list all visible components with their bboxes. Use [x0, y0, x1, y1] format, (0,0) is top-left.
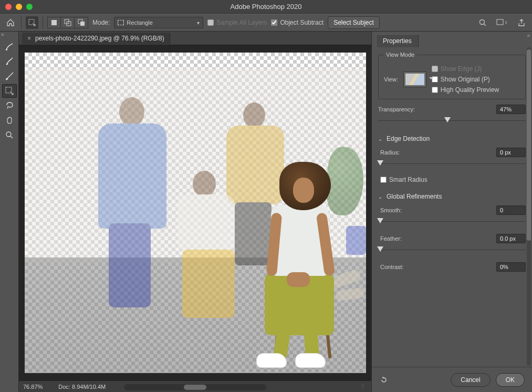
sample-all-layers-input[interactable] — [207, 19, 214, 26]
slider-thumb-icon[interactable] — [377, 160, 383, 166]
chevron-down-icon: ▾ — [197, 20, 200, 26]
smooth-label: Smooth: — [380, 207, 402, 213]
view-mode-select[interactable] — [403, 71, 426, 87]
panel-tab-row: Properties — [372, 32, 532, 47]
global-refinements-section: ⌄ Global Refinements Smooth: 0 Feather: … — [378, 193, 526, 272]
smart-radius-checkbox[interactable]: Smart Radius — [380, 176, 526, 183]
radius-value[interactable]: 0 px — [496, 148, 526, 157]
show-original-label: Show Original (P) — [441, 76, 490, 83]
smart-radius-input[interactable] — [380, 177, 387, 183]
hand-tool[interactable] — [2, 114, 17, 127]
divider — [43, 16, 43, 29]
object-selection-tool[interactable] — [2, 84, 17, 98]
properties-tab[interactable]: Properties — [376, 34, 419, 47]
share-button[interactable] — [515, 16, 528, 29]
expand-toolbar-icon[interactable]: » — [1, 32, 4, 37]
svg-point-6 — [480, 20, 485, 25]
sample-all-layers-label: Sample All Layers — [216, 19, 267, 26]
show-original-checkbox[interactable]: Show Original (P) — [432, 76, 499, 83]
show-edge-checkbox[interactable]: Show Edge (J) — [432, 65, 499, 73]
status-caret-icon[interactable]: 〉 — [361, 383, 367, 390]
subtract-from-selection-button[interactable] — [75, 17, 88, 28]
smooth-slider[interactable] — [380, 217, 526, 226]
zoom-tool[interactable] — [2, 128, 17, 142]
high-quality-checkbox[interactable]: High Quality Preview — [432, 86, 499, 94]
properties-panel: » Properties View Mode View: Show Edge (… — [371, 32, 532, 392]
status-doc[interactable]: Doc: 8.94M/10.4M — [58, 384, 106, 390]
document-tab-row: × pexels-photo-2422290.jpeg @ 76.9% (RGB… — [19, 32, 371, 45]
global-refinements-title: Global Refinements — [387, 193, 442, 200]
selected-subject — [248, 158, 348, 368]
close-window-icon[interactable] — [5, 4, 12, 10]
new-selection-button[interactable] — [47, 17, 61, 28]
contrast-label: Contrast: — [380, 264, 404, 270]
global-refinements-header[interactable]: ⌄ Global Refinements — [378, 193, 526, 200]
document-tab[interactable]: × pexels-photo-2422290.jpeg @ 76.9% (RGB… — [22, 33, 170, 44]
home-button[interactable] — [4, 16, 17, 29]
brush-tool-2[interactable] — [2, 55, 17, 68]
view-label: View: — [384, 76, 398, 82]
window-controls — [0, 4, 33, 10]
app-title: Adobe Photoshop 2020 — [0, 3, 532, 11]
show-edge-input[interactable] — [432, 66, 438, 72]
feather-slider[interactable] — [380, 245, 526, 255]
radius-slider[interactable] — [380, 159, 526, 169]
transparency-slider[interactable] — [378, 116, 526, 126]
add-to-selection-button[interactable] — [61, 17, 75, 28]
properties-scrollbar-thumb[interactable] — [527, 49, 531, 241]
titlebar: Adobe Photoshop 2020 — [0, 0, 532, 14]
properties-scrollbar[interactable] — [527, 47, 531, 366]
collapse-panel-icon[interactable]: » — [527, 33, 530, 38]
object-subtract-input[interactable] — [271, 19, 277, 26]
chevron-down-icon: ⌄ — [378, 194, 382, 200]
image-content — [25, 53, 366, 373]
slider-thumb-icon[interactable] — [377, 246, 383, 252]
search-button[interactable] — [476, 16, 489, 29]
workspace-switcher[interactable] — [493, 16, 511, 29]
current-tool-icon[interactable] — [26, 16, 38, 29]
chevron-down-icon: ⌄ — [378, 136, 382, 142]
mode-value: Rectangle — [127, 19, 153, 26]
sample-all-layers-checkbox[interactable]: Sample All Layers — [207, 19, 267, 26]
mode-select[interactable]: Rectangle ▾ — [114, 17, 203, 28]
horizontal-scrollbar-thumb[interactable] — [184, 385, 206, 390]
lasso-tool[interactable] — [2, 99, 17, 112]
ok-button[interactable]: OK — [496, 373, 525, 387]
object-subtract-checkbox[interactable]: Object Subtract — [271, 19, 324, 26]
select-subject-button[interactable]: Select Subject — [328, 16, 380, 29]
rectangle-icon — [118, 20, 124, 25]
canvas[interactable] — [25, 53, 366, 373]
feather-value[interactable]: 0.0 px — [496, 234, 526, 243]
canvas-viewport[interactable] — [19, 45, 371, 380]
svg-rect-8 — [497, 19, 503, 25]
status-bar: 76.87% Doc: 8.94M/10.4M 〉 — [19, 380, 371, 392]
brush-tool-1[interactable] — [2, 40, 17, 54]
svg-rect-5 — [80, 22, 85, 26]
transparency-label: Transparency: — [378, 106, 415, 112]
edge-detection-title: Edge Detection — [387, 135, 430, 142]
edge-detection-section: ⌄ Edge Detection Radius: 0 px Smart Radi… — [378, 135, 526, 183]
status-zoom[interactable]: 76.87% — [23, 384, 43, 390]
brush-tool-3[interactable] — [2, 69, 17, 83]
slider-thumb-icon[interactable] — [444, 117, 451, 122]
maximize-window-icon[interactable] — [26, 4, 33, 10]
slider-thumb-icon[interactable] — [377, 218, 383, 223]
divider — [21, 16, 22, 29]
minimize-window-icon[interactable] — [16, 4, 22, 10]
feather-label: Feather: — [380, 235, 402, 242]
horizontal-scrollbar[interactable] — [124, 384, 266, 390]
properties-footer: Cancel OK — [372, 367, 532, 392]
close-tab-icon[interactable]: × — [27, 35, 31, 42]
smart-radius-label: Smart Radius — [389, 176, 427, 183]
reset-button[interactable] — [379, 375, 389, 385]
high-quality-label: High Quality Preview — [441, 86, 499, 94]
cancel-button[interactable]: Cancel — [451, 373, 490, 387]
edge-detection-header[interactable]: ⌄ Edge Detection — [378, 135, 526, 142]
svg-point-9 — [5, 49, 7, 50]
mode-label: Mode: — [92, 19, 110, 26]
svg-line-7 — [484, 24, 486, 26]
high-quality-input[interactable] — [432, 87, 438, 93]
smooth-value[interactable]: 0 — [496, 205, 526, 215]
contrast-value[interactable]: 0% — [496, 262, 526, 272]
transparency-value[interactable]: 47% — [496, 105, 526, 114]
